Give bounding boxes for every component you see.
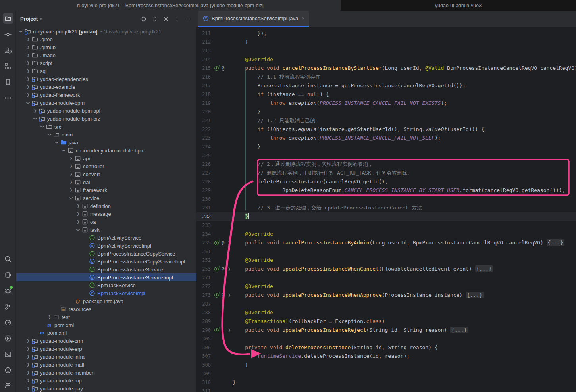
tree-chevron-icon[interactable]: ❯ <box>25 339 31 343</box>
code-line[interactable]: 307 runtimeService.deleteProcessInstance… <box>196 352 576 361</box>
code-line[interactable]: 228 deleteProcessInstance(cancelReqVO.ge… <box>196 177 576 186</box>
tree-chevron-icon[interactable]: ❯ <box>25 53 31 57</box>
tree-chevron-icon[interactable]: ❯ <box>25 37 31 41</box>
tree-row[interactable]: ❯yudao-module-erp <box>16 345 196 353</box>
tree-chevron-icon[interactable]: ❯ <box>33 115 37 122</box>
expand-all-icon[interactable] <box>151 15 158 23</box>
meet-icon[interactable] <box>3 380 13 391</box>
overridden-marker-icon[interactable]: I↑ <box>214 292 220 298</box>
code-line[interactable]: 309 <box>196 369 576 378</box>
tree-chevron-icon[interactable]: ❯ <box>75 212 81 216</box>
tree-row[interactable]: package-info.java <box>16 297 196 305</box>
tree-chevron-icon[interactable]: ❯ <box>68 188 74 192</box>
collapse-all-icon[interactable] <box>162 15 170 23</box>
overridden-marker-icon[interactable]: I↑ <box>214 266 220 272</box>
project-panel-title[interactable]: Project <box>20 16 38 22</box>
fold-arrow-icon[interactable]: ❯ <box>226 266 232 272</box>
code-line[interactable]: 226 // 2．通过删除流程实例，实现流程实例的取消， <box>196 160 576 169</box>
tree-row[interactable]: ❯script <box>16 59 196 67</box>
tree-row[interactable]: ❯yudao-framework <box>16 91 196 99</box>
tree-chevron-icon[interactable]: ❯ <box>25 69 31 73</box>
tree-row[interactable]: ❯controller <box>16 162 196 170</box>
code-line[interactable]: 212 } <box>196 38 576 46</box>
tree-row[interactable]: ❯.image <box>16 51 196 59</box>
tree-row[interactable]: ❯api <box>16 154 196 162</box>
tree-row[interactable]: ❯framework <box>16 186 196 194</box>
tree-chevron-icon[interactable]: ❯ <box>25 61 31 65</box>
project-folder-icon[interactable] <box>3 13 13 24</box>
services-icon[interactable] <box>3 269 13 280</box>
tree-row[interactable]: IBpmActivityService <box>16 234 196 242</box>
code-line[interactable]: 253I↑@❯ public void updateProcessInstanc… <box>196 265 576 273</box>
structure-icon[interactable] <box>3 61 13 71</box>
tree-chevron-icon[interactable]: ❯ <box>69 195 73 201</box>
tree-chevron-icon[interactable]: ❯ <box>25 45 31 49</box>
code-line[interactable]: 290I↑❯ public void updateProcessInstance… <box>196 326 576 334</box>
tree-row[interactable]: mpom.xml <box>16 329 196 337</box>
build-icon[interactable] <box>3 301 13 312</box>
tree-chevron-icon[interactable]: ❯ <box>25 347 31 351</box>
overridden-marker-icon[interactable]: I↑ <box>214 240 220 246</box>
code-line[interactable]: 211 }); <box>196 29 576 38</box>
tree-row[interactable]: ❯yudao-module-pay <box>16 384 196 392</box>
tree-row[interactable]: ❯yudao-module-member <box>16 369 196 377</box>
code-line[interactable]: 305 <box>196 334 576 343</box>
tree-row[interactable]: ❯message <box>16 210 196 218</box>
tree-chevron-icon[interactable]: ❯ <box>46 315 53 319</box>
code-line[interactable]: 231 // 3．进一步的处理，交给 updateProcessInstance… <box>196 204 576 212</box>
tree-row[interactable]: ❯yudao-example <box>16 83 196 91</box>
tree-chevron-icon[interactable]: ❯ <box>25 85 31 89</box>
tree-chevron-icon[interactable]: ❯ <box>68 172 74 176</box>
code-line[interactable]: 251 <box>196 247 576 256</box>
tree-row[interactable]: IBpmProcessInstanceService <box>16 265 196 273</box>
tree-chevron-icon[interactable]: ❯ <box>25 355 31 359</box>
tree-row[interactable]: ❯dal <box>16 178 196 186</box>
annotation-gutter-icon[interactable]: @ <box>220 240 226 246</box>
code-line[interactable]: 311 <box>196 387 576 392</box>
tree-chevron-icon[interactable]: ❯ <box>55 139 59 146</box>
annotation-gutter-icon[interactable]: @ <box>220 65 226 71</box>
code-line[interactable]: 306 private void deleteProcessInstance(S… <box>196 343 576 352</box>
code-line[interactable]: 308 } <box>196 361 576 369</box>
tree-row[interactable]: ❯yudao-module-bpm-api <box>16 107 196 115</box>
code-line[interactable]: 229 BpmDeleteReasonEnum.CANCEL_PROCESS_I… <box>196 186 576 195</box>
tree-row[interactable]: ❯task <box>16 226 196 234</box>
code-line[interactable]: 230 <box>196 195 576 204</box>
tree-chevron-icon[interactable]: ❯ <box>25 93 31 97</box>
options-icon[interactable] <box>173 15 181 23</box>
code-line[interactable]: 223 throw exception(PROCESS_INSTANCE_CAN… <box>196 134 576 142</box>
code-line[interactable]: 227 // 删除流程实例，正则执行任务 ACT_RU_TASK．任务会被删除。 <box>196 169 576 177</box>
tree-row[interactable]: ❯service <box>16 194 196 202</box>
tree-row[interactable]: ❯yudao-module-mp <box>16 377 196 384</box>
tree-row[interactable]: ❯.gitee <box>16 35 196 43</box>
tree-row[interactable]: ❯yudao-module-crm <box>16 337 196 345</box>
locate-file-icon[interactable] <box>140 15 147 23</box>
tree-row[interactable]: ❯yudao-module-bpm-biz <box>16 115 196 123</box>
code-line[interactable]: 271 <box>196 273 576 282</box>
secondary-window-title-bar[interactable]: yudao-ui-admin-vue3 <box>341 0 576 11</box>
bookmarks-icon[interactable] <box>3 77 13 87</box>
tree-row[interactable]: IBpmProcessInstanceCopyService <box>16 250 196 257</box>
tree-row[interactable]: CBpmTaskServiceImpl <box>16 289 196 297</box>
code-line[interactable]: 252 @Override <box>196 256 576 265</box>
code-line[interactable]: 215I↑@ public void cancelProcessInstance… <box>196 64 576 73</box>
annotation-gutter-icon[interactable]: @ <box>220 266 226 272</box>
code-line[interactable]: 219 throw exception(PROCESS_INSTANCE_CAN… <box>196 99 576 108</box>
code-area[interactable]: 211 });212 }213214 @Override215I↑@ publi… <box>196 27 576 392</box>
overridden-marker-icon[interactable]: I↑ <box>214 65 220 71</box>
tree-row[interactable]: mpom.xml <box>16 321 196 329</box>
tree-row[interactable]: ❯java <box>16 138 196 146</box>
tree-row[interactable]: ❯oa <box>16 218 196 226</box>
fold-arrow-icon[interactable]: ❯ <box>226 292 232 298</box>
search-icon[interactable] <box>3 254 13 264</box>
code-line[interactable]: 233 <box>196 221 576 230</box>
tree-row[interactable]: ❯yudao-module-mall <box>16 361 196 369</box>
tree-row[interactable]: ❯.github <box>16 43 196 51</box>
code-line[interactable]: 234 @Override <box>196 230 576 238</box>
tree-row[interactable]: CBpmProcessInstanceServiceImpl <box>16 273 196 281</box>
tree-row[interactable]: ❯convert <box>16 170 196 178</box>
tree-chevron-icon[interactable]: ❯ <box>76 227 80 233</box>
tree-chevron-icon[interactable]: ❯ <box>62 147 66 154</box>
code-line[interactable]: 288 @Override <box>196 308 576 317</box>
tree-chevron-icon[interactable]: ❯ <box>19 28 23 35</box>
